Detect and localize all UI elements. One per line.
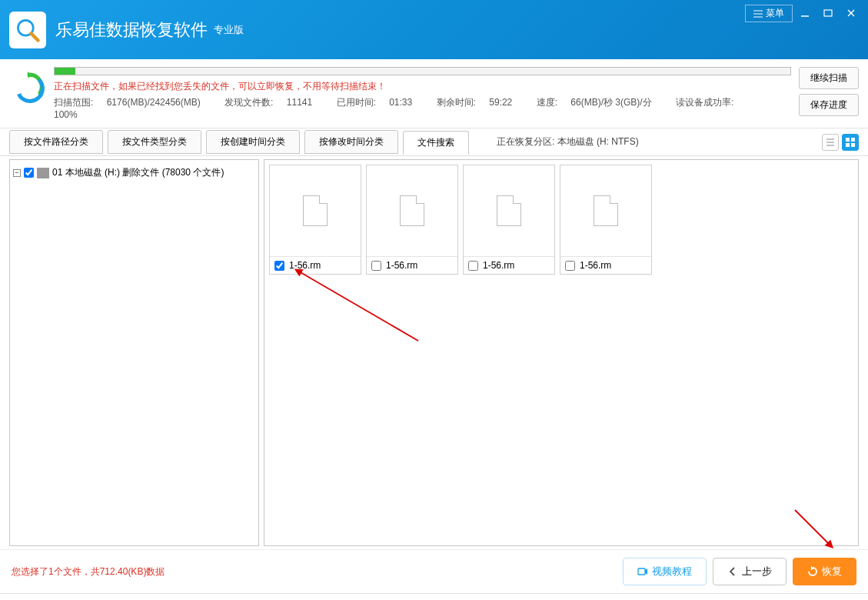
close-button[interactable] — [840, 5, 862, 22]
tab-3[interactable]: 按修改时间分类 — [304, 130, 398, 154]
svg-line-19 — [795, 510, 830, 545]
file-icon — [594, 195, 618, 226]
menu-button[interactable]: 菜单 — [745, 5, 793, 22]
file-thumb — [367, 165, 457, 256]
svg-rect-14 — [846, 138, 850, 142]
file-name: 1-56.rm — [386, 260, 417, 271]
video-tutorial-button[interactable]: 视频教程 — [623, 558, 707, 585]
file-checkbox[interactable] — [468, 261, 478, 271]
file-checkbox[interactable] — [274, 261, 284, 271]
tab-2[interactable]: 按创建时间分类 — [206, 130, 300, 154]
drive-icon — [37, 168, 49, 178]
file-checkbox[interactable] — [371, 261, 381, 271]
tree-expand-icon[interactable]: − — [13, 169, 21, 177]
svg-rect-16 — [846, 143, 850, 147]
restoring-partition: 正在恢复分区: 本地磁盘 (H: NTFS) — [497, 135, 639, 148]
app-logo — [9, 12, 46, 48]
file-thumb — [464, 165, 554, 256]
file-card[interactable]: 1-56.rm — [269, 165, 361, 275]
tab-0[interactable]: 按文件路径分类 — [9, 130, 103, 154]
tree-node[interactable]: − 01 本地磁盘 (H:) 删除文件 (78030 个文件) — [13, 165, 255, 181]
file-checkbox[interactable] — [565, 261, 575, 271]
svg-line-1 — [32, 33, 38, 40]
file-card[interactable]: 1-56.rm — [560, 165, 652, 275]
file-name: 1-56.rm — [580, 260, 611, 271]
file-thumb — [270, 165, 361, 256]
minimize-button[interactable] — [794, 5, 816, 22]
previous-step-button[interactable]: 上一步 — [713, 558, 787, 585]
scan-stats: 扫描范围: 6176(MB)/242456(MB) 发现文件数: 11141 已… — [54, 96, 791, 120]
selection-text: 您选择了1个文件，共712.40(KB)数据 — [12, 565, 165, 578]
file-card[interactable]: 1-56.rm — [463, 165, 555, 275]
footer: ⊕官方网站 ✆免费咨询 i关于软件 超级详细数据恢复教程，点击立即观看！ 版本:… — [0, 593, 868, 600]
tree-checkbox[interactable] — [24, 168, 34, 178]
svg-rect-17 — [851, 143, 855, 147]
svg-rect-20 — [638, 568, 645, 575]
tab-row: 按文件路径分类按文件类型分类按创建时间分类按修改时间分类文件搜索 正在恢复分区:… — [0, 128, 868, 156]
list-view-button[interactable] — [822, 134, 839, 151]
file-grid-pane[interactable]: 1-56.rm1-56.rm1-56.rm1-56.rm — [264, 159, 859, 546]
maximize-button[interactable] — [817, 5, 839, 22]
selection-bar: 您选择了1个文件，共712.40(KB)数据 视频教程 上一步 恢复 — [0, 549, 868, 593]
scan-status-bar: 正在扫描文件，如果已经找到您丢失的文件，可以立即恢复，不用等待扫描结束！ 扫描范… — [0, 59, 868, 128]
file-name: 1-56.rm — [289, 260, 321, 271]
save-progress-button[interactable]: 保存进度 — [799, 94, 859, 116]
tree-label: 01 本地磁盘 (H:) 删除文件 (78030 个文件) — [52, 166, 224, 179]
file-icon — [497, 195, 521, 226]
scan-message: 正在扫描文件，如果已经找到您丢失的文件，可以立即恢复，不用等待扫描结束！ — [54, 80, 791, 93]
tree-pane[interactable]: − 01 本地磁盘 (H:) 删除文件 (78030 个文件) — [9, 159, 259, 546]
recycle-icon — [9, 67, 49, 107]
app-title: 乐易佳数据恢复软件 — [55, 18, 208, 42]
scan-progress-bar — [54, 67, 791, 75]
recover-button[interactable]: 恢复 — [793, 558, 856, 585]
app-edition: 专业版 — [214, 23, 244, 37]
tab-4[interactable]: 文件搜索 — [403, 131, 469, 155]
svg-rect-6 — [824, 10, 832, 16]
continue-scan-button[interactable]: 继续扫描 — [799, 67, 859, 89]
file-icon — [400, 195, 424, 226]
title-bar: 乐易佳数据恢复软件 专业版 菜单 — [0, 0, 868, 59]
file-thumb — [560, 165, 651, 256]
svg-rect-15 — [851, 138, 855, 142]
file-name: 1-56.rm — [483, 260, 514, 271]
svg-line-18 — [299, 272, 418, 341]
grid-view-button[interactable] — [842, 134, 859, 151]
tab-1[interactable]: 按文件类型分类 — [108, 130, 201, 154]
file-card[interactable]: 1-56.rm — [366, 165, 458, 275]
file-icon — [303, 195, 328, 226]
